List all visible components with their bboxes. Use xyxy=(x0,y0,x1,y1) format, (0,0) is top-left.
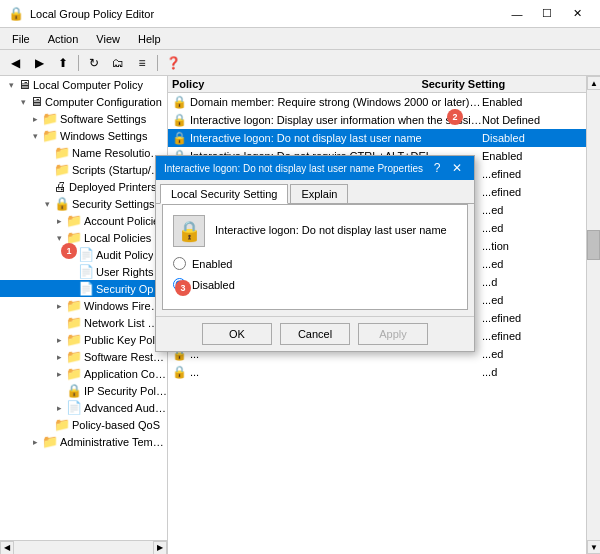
tree-item-security-settings[interactable]: ▾🔒Security Settings xyxy=(0,195,167,212)
policy-row-0[interactable]: 🔒Domain member: Require strong (Windows … xyxy=(168,93,586,111)
tree-item-computer-configuration[interactable]: ▾🖥Computer Configuration xyxy=(0,93,167,110)
policy-row-1[interactable]: 🔒Interactive logon: Display user informa… xyxy=(168,111,586,129)
tree-icon-deployed-printers: 🖨 xyxy=(54,179,67,194)
tree-expander-windows-settings[interactable]: ▾ xyxy=(28,131,42,141)
h-scrollbar[interactable]: ◀ ▶ xyxy=(0,540,167,554)
tree-icon-network-list: 📁 xyxy=(66,315,82,330)
menu-file[interactable]: File xyxy=(4,31,38,47)
tree-expander-advanced-audit[interactable]: ▸ xyxy=(52,403,66,413)
menu-help[interactable]: Help xyxy=(130,31,169,47)
policy-row-icon-0: 🔒 xyxy=(172,95,186,109)
close-button[interactable]: ✕ xyxy=(562,0,592,28)
tab-explain[interactable]: Explain xyxy=(290,184,348,203)
cancel-button[interactable]: Cancel xyxy=(280,323,350,345)
up-button[interactable]: ⬆ xyxy=(52,53,74,73)
policy-row-2[interactable]: 🔒Interactive logon: Do not display last … xyxy=(168,129,586,147)
dialog-title-bar: Interactive logon: Do not display last u… xyxy=(156,156,474,180)
policy-row-setting-5: ...efined xyxy=(482,186,582,198)
scroll-right-btn[interactable]: ▶ xyxy=(153,541,167,555)
scroll-up-btn[interactable]: ▲ xyxy=(587,76,600,90)
tree-item-windows-settings[interactable]: ▾📁Windows Settings xyxy=(0,127,167,144)
dialog-tabs: Local Security Setting Explain xyxy=(156,180,474,204)
tree-expander-admin-templates[interactable]: ▸ xyxy=(28,437,42,447)
tree-item-network-list[interactable]: 📁Network List Manag... xyxy=(0,314,167,331)
tree-item-scripts[interactable]: 📁Scripts (Startup/Shutdo... xyxy=(0,161,167,178)
menu-action[interactable]: Action xyxy=(40,31,87,47)
tree-label-policy-qos: Policy-based QoS xyxy=(72,419,160,431)
tree-icon-user-rights: 📄 xyxy=(78,264,94,279)
dialog-body: 🔒 Interactive logon: Do not display last… xyxy=(162,204,468,310)
tree-item-software-settings[interactable]: ▸📁Software Settings xyxy=(0,110,167,127)
tree-item-advanced-audit[interactable]: ▸📄Advanced Audit P... xyxy=(0,399,167,416)
tree-label-local-computer-policy: Local Computer Policy xyxy=(33,79,143,91)
tree-expander-software-settings[interactable]: ▸ xyxy=(28,114,42,124)
tree-item-windows-firewall[interactable]: ▸📁Windows Firewall w... xyxy=(0,297,167,314)
tab-local-security[interactable]: Local Security Setting xyxy=(160,184,288,204)
tree-label-advanced-audit: Advanced Audit P... xyxy=(84,402,167,414)
properties-dialog[interactable]: Interactive logon: Do not display last u… xyxy=(155,155,475,352)
ok-button[interactable]: OK xyxy=(202,323,272,345)
scroll-thumb[interactable] xyxy=(587,230,600,260)
dialog-policy-icon: 🔒 xyxy=(173,215,205,247)
tree-item-application-control[interactable]: ▸📁Application Contro... xyxy=(0,365,167,382)
tree-icon-public-key: 📁 xyxy=(66,332,82,347)
policy-row-setting-0: Enabled xyxy=(482,96,582,108)
disabled-radio[interactable] xyxy=(173,278,186,291)
tree-item-public-key[interactable]: ▸📁Public Key Policies xyxy=(0,331,167,348)
help-button[interactable]: ❓ xyxy=(162,53,184,73)
refresh-button[interactable]: ↻ xyxy=(83,53,105,73)
lock-icon: 🔒 xyxy=(177,219,202,243)
back-button[interactable]: ◀ xyxy=(4,53,26,73)
policy-row-setting-10: ...d xyxy=(482,276,582,288)
tree-label-admin-templates: Administrative Templates xyxy=(60,436,167,448)
tree-item-account-policies[interactable]: ▸📁Account Policies xyxy=(0,212,167,229)
tree-item-user-rights[interactable]: 📄User Rights Assignm... xyxy=(0,263,167,280)
tree-item-ip-security[interactable]: 🔒IP Security Policies... xyxy=(0,382,167,399)
tree-label-computer-configuration: Computer Configuration xyxy=(45,96,162,108)
tree-expander-application-control[interactable]: ▸ xyxy=(52,369,66,379)
policy-row-name-2: Interactive logon: Do not display last u… xyxy=(190,132,482,144)
minimize-button[interactable]: — xyxy=(502,0,532,28)
apply-button[interactable]: Apply xyxy=(358,323,428,345)
forward-button[interactable]: ▶ xyxy=(28,53,50,73)
tree-label-scripts: Scripts (Startup/Shutdo... xyxy=(72,164,167,176)
export-button[interactable]: 🗂 xyxy=(107,53,129,73)
tree-item-software-restriction[interactable]: ▸📁Software Restrictio... xyxy=(0,348,167,365)
tree-expander-public-key[interactable]: ▸ xyxy=(52,335,66,345)
menu-view[interactable]: View xyxy=(88,31,128,47)
policy-row-icon-1: 🔒 xyxy=(172,113,186,127)
tree-label-deployed-printers: Deployed Printers xyxy=(69,181,156,193)
tree-expander-account-policies[interactable]: ▸ xyxy=(52,216,66,226)
tree-icon-software-restriction: 📁 xyxy=(66,349,82,364)
dialog-help-btn[interactable]: ? xyxy=(428,159,446,177)
tree-item-local-policies[interactable]: ▾📁Local Policies xyxy=(0,229,167,246)
scroll-down-btn[interactable]: ▼ xyxy=(587,540,600,554)
tree-expander-security-settings[interactable]: ▾ xyxy=(40,199,54,209)
tree-item-local-computer-policy[interactable]: ▾🖥Local Computer Policy xyxy=(0,76,167,93)
tree-label-windows-settings: Windows Settings xyxy=(60,130,147,142)
tree-icon-advanced-audit: 📄 xyxy=(66,400,82,415)
policy-row-15[interactable]: 🔒......d xyxy=(168,363,586,381)
scroll-left-btn[interactable]: ◀ xyxy=(0,541,14,555)
enabled-radio[interactable] xyxy=(173,257,186,270)
tree-panel: ▾🖥Local Computer Policy▾🖥Computer Config… xyxy=(0,76,168,554)
tree-expander-windows-firewall[interactable]: ▸ xyxy=(52,301,66,311)
tree-expander-local-policies[interactable]: ▾ xyxy=(52,233,66,243)
tree-item-deployed-printers[interactable]: 🖨Deployed Printers xyxy=(0,178,167,195)
tree-item-security-options[interactable]: 📄Security Options xyxy=(0,280,167,297)
policy-row-setting-7: ...ed xyxy=(482,222,582,234)
dialog-close-btn[interactable]: ✕ xyxy=(448,159,466,177)
tree-item-admin-templates[interactable]: ▸📁Administrative Templates xyxy=(0,433,167,450)
radio-disabled-row: Disabled xyxy=(173,278,457,291)
tree-expander-software-restriction[interactable]: ▸ xyxy=(52,352,66,362)
tree-item-policy-qos[interactable]: 📁Policy-based QoS xyxy=(0,416,167,433)
tree-icon-application-control: 📁 xyxy=(66,366,82,381)
v-scrollbar[interactable]: ▲ ▼ xyxy=(586,76,600,554)
tree-expander-computer-configuration[interactable]: ▾ xyxy=(16,97,30,107)
properties-button[interactable]: ≡ xyxy=(131,53,153,73)
tree-label-account-policies: Account Policies xyxy=(84,215,165,227)
maximize-button[interactable]: ☐ xyxy=(532,0,562,28)
tree-expander-local-computer-policy[interactable]: ▾ xyxy=(4,80,18,90)
tree-item-audit-policy[interactable]: 📄Audit Policy xyxy=(0,246,167,263)
tree-item-name-resolution[interactable]: 📁Name Resolution Polic... xyxy=(0,144,167,161)
